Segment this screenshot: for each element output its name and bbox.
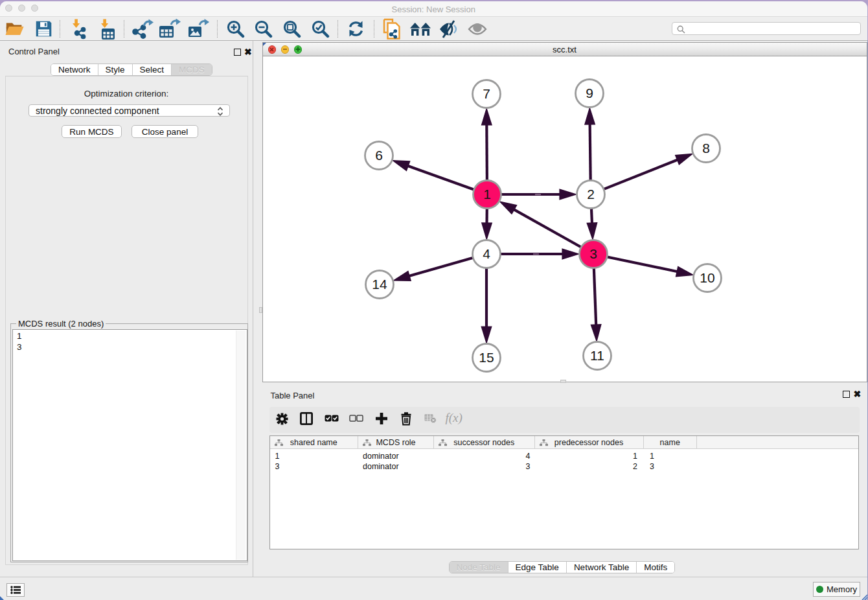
svg-text:9: 9	[586, 86, 593, 100]
svg-text:2: 2	[587, 187, 595, 202]
svg-text:7: 7	[483, 86, 490, 101]
svg-text:8: 8	[702, 141, 710, 156]
svg-text:10: 10	[700, 270, 714, 285]
svg-text:4: 4	[483, 246, 490, 261]
svg-text:11: 11	[590, 348, 604, 363]
svg-text:3: 3	[589, 246, 597, 261]
svg-text:14: 14	[372, 277, 387, 292]
svg-text:15: 15	[479, 350, 494, 365]
svg-text:1: 1	[483, 187, 491, 202]
svg-text:6: 6	[375, 148, 383, 163]
